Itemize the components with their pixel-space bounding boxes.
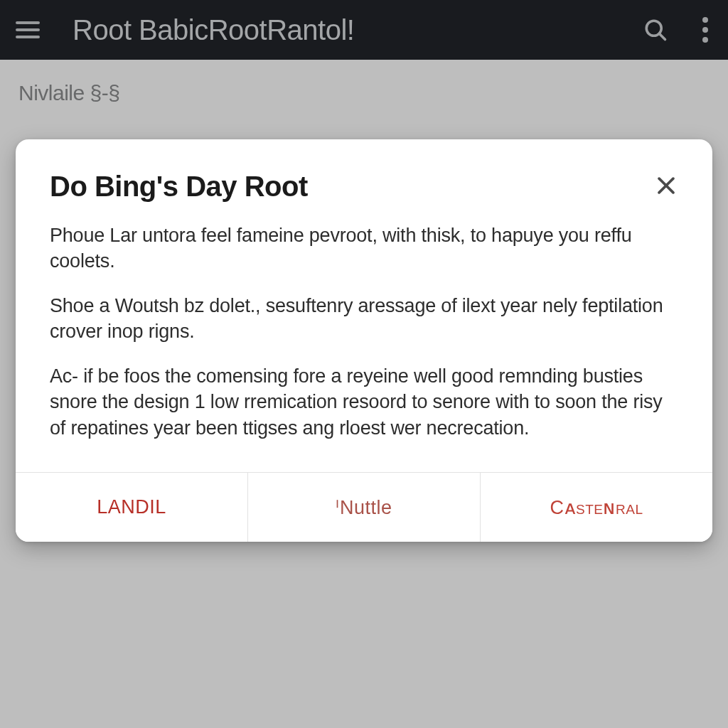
dialog-paragraph: Shoe a Woutsh bz dolet., sesuftenry ares…: [50, 293, 678, 345]
close-icon[interactable]: [654, 173, 678, 198]
dialog-actions: LANDIL ᴵNuttle Cᴀsteɴral: [16, 472, 712, 542]
dialog-paragraph: Ac- if be foos the comensing fore a reye…: [50, 363, 678, 441]
castenral-button[interactable]: Cᴀsteɴral: [480, 473, 712, 542]
dialog-title: Do Bing's Day Root: [50, 171, 308, 203]
nuttle-button[interactable]: ᴵNuttle: [247, 473, 480, 542]
dialog-body: Phoue Lar untora feel fameine pevroot, w…: [50, 223, 678, 441]
dialog-paragraph: Phoue Lar untora feel fameine pevroot, w…: [50, 223, 678, 274]
landil-button[interactable]: LANDIL: [16, 473, 247, 542]
dialog: Do Bing's Day Root Phoue Lar untora feel…: [16, 139, 712, 542]
